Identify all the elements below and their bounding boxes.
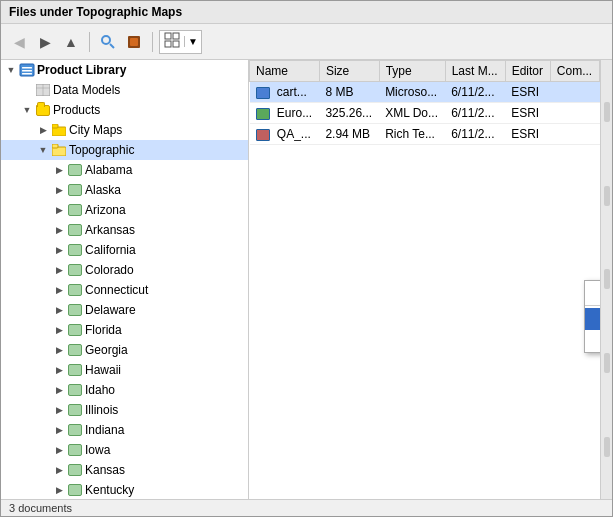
expand-arizona[interactable]: ▶ <box>51 202 67 218</box>
tree-label-products: Products <box>53 103 100 117</box>
dropdown-arrow: ▼ <box>184 36 201 47</box>
layers-button[interactable] <box>122 30 146 54</box>
expand-alabama[interactable]: ▶ <box>51 162 67 178</box>
tree-item-idaho[interactable]: ▶ Idaho <box>1 380 248 400</box>
context-menu-add-files[interactable]: Add Files <box>585 308 600 330</box>
tree-label-georgia: Georgia <box>85 343 128 357</box>
file-lastmod-3: 6/11/2... <box>445 124 505 145</box>
tree-item-alabama[interactable]: ▶ Alabama <box>1 160 248 180</box>
tree-item-delaware[interactable]: ▶ Delaware <box>1 300 248 320</box>
expand-california[interactable]: ▶ <box>51 242 67 258</box>
tree-label-alabama: Alabama <box>85 163 132 177</box>
expand-indiana[interactable]: ▶ <box>51 422 67 438</box>
expand-product-library[interactable]: ▼ <box>3 62 19 78</box>
col-editor[interactable]: Editor <box>505 61 550 82</box>
tree-item-alaska[interactable]: ▶ Alaska <box>1 180 248 200</box>
col-type[interactable]: Type <box>379 61 445 82</box>
svg-rect-11 <box>22 73 32 75</box>
svg-rect-6 <box>165 41 171 47</box>
expand-hawaii[interactable]: ▶ <box>51 362 67 378</box>
expand-colorado[interactable]: ▶ <box>51 262 67 278</box>
tree-item-city-maps[interactable]: ▶ City Maps <box>1 120 248 140</box>
tree-label-illinois: Illinois <box>85 403 118 417</box>
table-icon <box>36 84 50 96</box>
tree-item-products[interactable]: ▼ Products <box>1 100 248 120</box>
tree-item-georgia[interactable]: ▶ Georgia <box>1 340 248 360</box>
edge-notch-4 <box>604 353 610 373</box>
status-text: 3 documents <box>9 502 72 514</box>
col-name[interactable]: Name <box>250 61 320 82</box>
kentucky-icon <box>67 482 83 498</box>
georgia-icon <box>67 342 83 358</box>
expand-kansas[interactable]: ▶ <box>51 462 67 478</box>
tree-item-iowa[interactable]: ▶ Iowa <box>1 440 248 460</box>
expand-iowa[interactable]: ▶ <box>51 442 67 458</box>
expand-topographic[interactable]: ▼ <box>35 142 51 158</box>
file-name-1: cart... <box>250 82 320 103</box>
search-button[interactable] <box>96 30 120 54</box>
context-menu-paste[interactable]: Paste Ctrl+V <box>585 330 600 352</box>
file-editor-1: ESRI <box>505 82 550 103</box>
hawaii-icon <box>67 362 83 378</box>
tree-item-colorado[interactable]: ▶ Colorado <box>1 260 248 280</box>
table-row[interactable]: QA_... 2.94 MB Rich Te... 6/11/2... ESRI <box>250 124 600 145</box>
tree-item-illinois[interactable]: ▶ Illinois <box>1 400 248 420</box>
expand-alaska[interactable]: ▶ <box>51 182 67 198</box>
svg-rect-5 <box>173 33 179 39</box>
tree-item-connecticut[interactable]: ▶ Connecticut <box>1 280 248 300</box>
tree-item-data-models[interactable]: ▶ Data Models <box>1 80 248 100</box>
tree-label-kentucky: Kentucky <box>85 483 134 497</box>
context-menu-view[interactable]: View ▶ <box>585 281 600 303</box>
tree-item-hawaii[interactable]: ▶ Hawaii <box>1 360 248 380</box>
tree-item-indiana[interactable]: ▶ Indiana <box>1 420 248 440</box>
tree-item-florida[interactable]: ▶ Florida <box>1 320 248 340</box>
col-size[interactable]: Size <box>319 61 379 82</box>
expand-products[interactable]: ▼ <box>19 102 35 118</box>
toolbar: ◀ ▶ ▲ ▼ <box>1 24 612 60</box>
tree-item-arizona[interactable]: ▶ Arizona <box>1 200 248 220</box>
tree-label-connecticut: Connecticut <box>85 283 148 297</box>
toolbar-sep-2 <box>152 32 153 52</box>
tree-label-california: California <box>85 243 136 257</box>
edge-notch-1 <box>604 102 610 122</box>
expand-delaware[interactable]: ▶ <box>51 302 67 318</box>
tree-label-kansas: Kansas <box>85 463 125 477</box>
tree-item-topographic[interactable]: ▼ Topographic <box>1 140 248 160</box>
expand-idaho[interactable]: ▶ <box>51 382 67 398</box>
expand-florida[interactable]: ▶ <box>51 322 67 338</box>
tree-item-kentucky[interactable]: ▶ Kentucky <box>1 480 248 499</box>
expand-connecticut[interactable]: ▶ <box>51 282 67 298</box>
forward-button[interactable]: ▶ <box>33 30 57 54</box>
tree-item-california[interactable]: ▶ California <box>1 240 248 260</box>
file-list: Name Size Type Last M... Editor Com... <box>249 60 600 499</box>
tree-item-arkansas[interactable]: ▶ Arkansas <box>1 220 248 240</box>
file-type-1: Microsо... <box>379 82 445 103</box>
database-icon <box>19 63 35 77</box>
expand-kentucky[interactable]: ▶ <box>51 482 67 498</box>
expand-city-maps[interactable]: ▶ <box>35 122 51 138</box>
table-row[interactable]: Euro... 325.26... XML Do... 6/11/2... ES… <box>250 103 600 124</box>
file-lastmod-1: 6/11/2... <box>445 82 505 103</box>
expand-illinois[interactable]: ▶ <box>51 402 67 418</box>
expand-arkansas[interactable]: ▶ <box>51 222 67 238</box>
colorado-icon <box>67 262 83 278</box>
tree-item-product-library[interactable]: ▼ Product Library <box>1 60 248 80</box>
file-type-2: XML Do... <box>379 103 445 124</box>
svg-rect-9 <box>22 67 32 69</box>
grid-icon <box>164 32 180 48</box>
expand-georgia[interactable]: ▶ <box>51 342 67 358</box>
col-comments[interactable]: Com... <box>550 61 599 82</box>
view-icon <box>160 32 184 51</box>
indiana-icon <box>67 422 83 438</box>
tree-item-kansas[interactable]: ▶ Kansas <box>1 460 248 480</box>
view-dropdown[interactable]: ▼ <box>159 30 202 54</box>
main-content: ▼ Product Library ▶ <box>1 60 612 499</box>
alaska-icon <box>67 182 83 198</box>
up-button[interactable]: ▲ <box>59 30 83 54</box>
tree-panel[interactable]: ▼ Product Library ▶ <box>1 60 249 499</box>
file-editor-3: ESRI <box>505 124 550 145</box>
table-row[interactable]: cart... 8 MB Microsо... 6/11/2... ESRI <box>250 82 600 103</box>
back-button[interactable]: ◀ <box>7 30 31 54</box>
right-edge <box>600 60 612 499</box>
col-lastmod[interactable]: Last M... <box>445 61 505 82</box>
